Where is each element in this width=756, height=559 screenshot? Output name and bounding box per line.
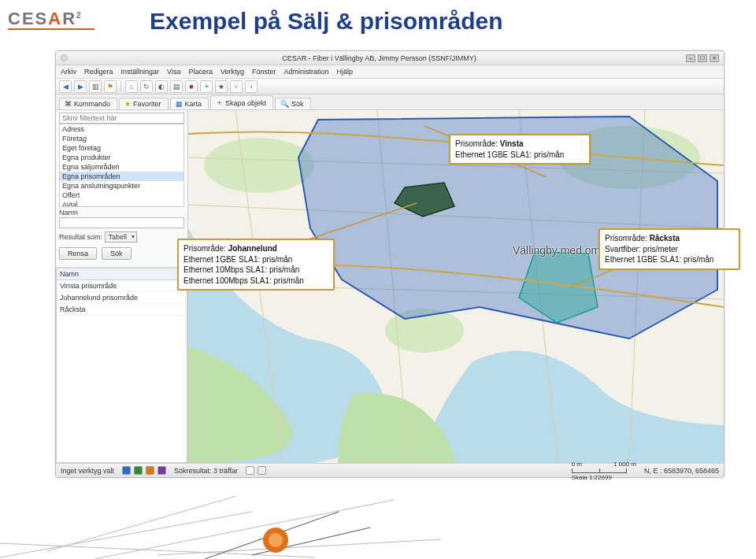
filter-item-selected[interactable]: Egna prisområden (60, 172, 183, 181)
menu-hjalp[interactable]: Hjälp (337, 68, 354, 76)
tab-skapa[interactable]: ＋Skapa objekt (210, 95, 273, 109)
toolbar-folder-icon[interactable]: ▥ (89, 80, 102, 93)
toolbar-separator (120, 81, 121, 92)
svg-line-11 (47, 496, 236, 551)
callout-line: Svartfiber: pris/meter (605, 244, 734, 255)
status-icon-4[interactable] (158, 466, 166, 475)
filter-item[interactable]: Företag (60, 134, 183, 143)
resultat-label: Resultat som: (59, 233, 102, 241)
menu-installningar[interactable]: Inställningar (121, 68, 160, 76)
tab-favoriter-label: Favoriter (133, 100, 161, 108)
status-tool: Inget verktyg valt (61, 467, 114, 475)
toolbar-zoom-icon[interactable]: ＋ (200, 80, 213, 93)
filter-input[interactable] (59, 113, 184, 124)
toolbar-refresh-icon[interactable]: ↻ (140, 80, 153, 93)
toolbar-flag-icon[interactable]: ⚑ (104, 80, 117, 93)
filter-item[interactable]: Avtal (60, 200, 183, 207)
tab-karta[interactable]: ▦Karta (170, 98, 209, 109)
menu-visa[interactable]: Visa (167, 68, 180, 76)
callout-line: Ethernet 10Mbps SLA1: pris/mån (183, 265, 328, 276)
callout-johannelund: Prisområde: Johannelund Ethernet 1GBE SL… (177, 239, 335, 291)
namn-label: Namn (59, 209, 184, 217)
logo-accent: A (48, 9, 62, 28)
menu-fonster[interactable]: Fönster (252, 68, 276, 76)
filter-type-list: Adress Företag Eget företag Egna produkt… (59, 124, 184, 207)
result-row[interactable]: Johannelund prisområde (57, 292, 187, 304)
status-icon-2[interactable] (134, 466, 143, 475)
toolbar-forward-icon[interactable]: ▶ (74, 80, 87, 93)
status-coords: N, E : 6583970, 658465 (644, 467, 719, 475)
page-title: Exempel på Sälj & prisområden (150, 8, 503, 35)
toolbar-home-icon[interactable]: ⌂ (125, 80, 138, 93)
callout-bold: Johannelund (228, 244, 277, 253)
toolbar-stop-icon[interactable]: ■ (185, 80, 198, 93)
cmd-icon: ⌘ (65, 100, 72, 108)
menu-verktyg[interactable]: Verktyg (220, 68, 244, 76)
window-close-button[interactable]: × (710, 54, 719, 62)
menu-placera[interactable]: Placera (188, 68, 213, 76)
callout-racksta: Prisområde: Råcksta Svartfiber: pris/met… (598, 228, 740, 270)
tab-sok-label: Sök (291, 100, 304, 108)
svg-point-15 (269, 533, 283, 547)
filter-item[interactable]: Eget företag (60, 143, 183, 153)
menu-arkiv[interactable]: Arkiv (61, 68, 76, 76)
svg-point-2 (204, 138, 314, 193)
filter-item[interactable]: Offert (60, 191, 183, 200)
statusbar: Inget verktyg valt Sökresultat: 3 träffa… (56, 463, 724, 477)
tab-kommando-label: Kommando (74, 100, 110, 108)
menu-administration[interactable]: Administration (284, 68, 328, 76)
tabbar: ⌘Kommando ★Favoriter ▦Karta ＋Skapa objek… (56, 94, 724, 110)
callout-bold: Vinsta (500, 139, 524, 148)
svg-line-10 (158, 539, 441, 555)
toolbar-back-icon[interactable]: ◀ (59, 80, 72, 93)
sok-button[interactable]: Sök (102, 247, 132, 260)
scale-widget: 0 m 1 000 m Skala 1:22699 (572, 461, 636, 481)
plus-icon: ＋ (216, 98, 223, 108)
status-icon-6[interactable] (258, 466, 266, 475)
logo-part-1: CES (8, 9, 48, 28)
tab-kommando[interactable]: ⌘Kommando (59, 98, 117, 109)
toolbar: ◀ ▶ ▥ ⚑ ⌂ ↻ ◐ ▤ ■ ＋ ★ ‹ › (56, 79, 724, 94)
app-icon (61, 54, 68, 61)
tab-favoriter[interactable]: ★Favoriter (119, 98, 169, 109)
scale-ratio: Skala 1:22699 (572, 474, 612, 481)
result-row[interactable]: Vinsta prisområde (57, 280, 187, 292)
result-row[interactable]: Råcksta (57, 304, 187, 316)
callout-bold: Råcksta (650, 234, 680, 242)
callout-vinsta: Prisområde: Vinsta Ethernet 1GBE SLA1: p… (449, 134, 591, 165)
star-icon: ★ (124, 100, 131, 108)
tab-skapa-label: Skapa objekt (225, 99, 266, 107)
namn-input[interactable] (59, 217, 184, 228)
logo-part-3: R (62, 9, 76, 28)
status-icon-5[interactable] (246, 466, 254, 475)
status-icon-1[interactable] (122, 466, 131, 475)
toolbar-globe-icon[interactable]: ◐ (155, 80, 168, 93)
callout-line: Ethernet 100Mbps SLA1: pris/mån (183, 276, 328, 287)
toolbar-doc-icon[interactable]: ▤ (170, 80, 183, 93)
toolbar-info-icon[interactable]: ★ (215, 80, 228, 93)
map-icon: ▦ (176, 100, 183, 108)
callout-prefix: Prisområde: (605, 234, 650, 242)
result-list: Vinsta prisområde Johannelund prisområde… (56, 280, 187, 463)
callout-prefix: Prisområde: (183, 244, 228, 253)
search-icon: 🔍 (280, 100, 289, 108)
tab-sok[interactable]: 🔍Sök (275, 98, 311, 109)
callout-line: Ethernet 1GBE SLA1: pris/mån (455, 150, 584, 161)
filter-item[interactable]: Adress (60, 124, 183, 134)
toolbar-chevron-left-icon[interactable]: ‹ (230, 80, 243, 93)
window-maximize-button[interactable]: □ (698, 54, 707, 62)
menubar: Arkiv Redigera Inställningar Visa Placer… (56, 65, 724, 79)
window-titlebar: CESAR - Fiber i Vällingby AB, Jimmy Pers… (56, 51, 724, 65)
rensa-button[interactable]: Rensa (59, 247, 97, 260)
tab-karta-label: Karta (185, 100, 202, 108)
toolbar-chevron-right-icon[interactable]: › (245, 80, 258, 93)
filter-item[interactable]: Egna säljområden (60, 162, 183, 172)
window-minimize-button[interactable]: – (686, 54, 695, 62)
filter-item[interactable]: Egna anslutningspunkter (60, 181, 183, 191)
result-header: Namn (56, 268, 187, 280)
resultat-select[interactable]: Tabell (105, 231, 138, 242)
menu-redigera[interactable]: Redigera (84, 68, 113, 76)
filter-item[interactable]: Egna produkter (60, 153, 183, 162)
status-icon-3[interactable] (146, 466, 154, 475)
callout-line: Ethernet 1GBE SLA1: pris/mån (605, 254, 734, 265)
